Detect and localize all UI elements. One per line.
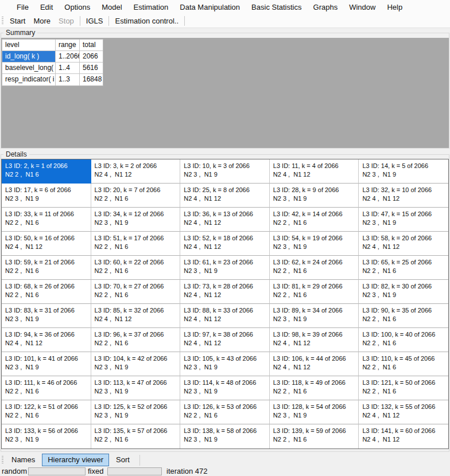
details-cell[interactable]: L3 ID: 135, k = 57 of 2066N2 2 , N1 6 [91,424,181,448]
toolbar-button-more[interactable]: More [29,14,55,28]
details-cell-line1: L3 ID: 122, k = 51 of 2066 [5,403,89,411]
details-cell[interactable]: L3 ID: 33, k = 11 of 2066N2 2 , N1 6 [2,208,91,232]
details-cell[interactable]: L3 ID: 100, k = 40 of 2066N2 2 , N1 6 [359,328,448,352]
details-cell[interactable]: L3 ID: 42, k = 14 of 2066N2 2 , N1 6 [270,208,359,232]
details-cell[interactable]: L3 ID: 3, k = 2 of 2066N2 4 , N1 12 [91,159,181,184]
tab-names[interactable]: Names [6,454,41,466]
details-cell-line2: N2 3 , N1 9 [184,435,267,444]
details-cell[interactable]: L3 ID: 51, k = 17 of 2066N2 2 , N1 6 [91,232,181,256]
details-cell[interactable]: L3 ID: 62, k = 24 of 2066N2 2 , N1 6 [270,256,359,280]
details-cell[interactable]: L3 ID: 97, k = 38 of 2066N2 4 , N1 12 [180,328,270,352]
details-cell[interactable]: L3 ID: 133, k = 56 of 2066N2 3 , N1 9 [2,424,91,448]
details-cell[interactable]: L3 ID: 60, k = 22 of 2066N2 2 , N1 6 [91,256,181,280]
details-cell[interactable]: L3 ID: 121, k = 50 of 2066N2 2 , N1 6 [359,376,448,400]
menu-item-basic-statistics[interactable]: Basic Statistics [246,0,307,14]
details-cell[interactable]: L3 ID: 28, k = 9 of 2066N2 3 , N1 9 [270,184,359,208]
details-cell[interactable]: L3 ID: 68, k = 26 of 2066N2 2 , N1 6 [2,280,91,304]
toolbar-button-igls[interactable]: IGLS [82,14,107,28]
summary-row[interactable]: resp_indicator( i )1..316848 [2,74,103,85]
details-cell-line2: N2 2 , N1 6 [273,267,357,275]
details-cell[interactable]: L3 ID: 138, k = 58 of 2066N2 3 , N1 9 [180,424,270,448]
details-cell[interactable]: L3 ID: 85, k = 32 of 2066N2 4 , N1 12 [91,304,181,328]
menu-item-window[interactable]: Window [343,0,381,14]
details-cell[interactable]: L3 ID: 52, k = 18 of 2066N2 4 , N1 12 [180,232,270,256]
summary-row[interactable]: id_long( k )1..20662066 [2,51,103,63]
menu-item-edit[interactable]: Edit [34,0,59,14]
details-cell[interactable]: L3 ID: 105, k = 43 of 2066N2 3 , N1 9 [180,352,270,376]
details-cell[interactable]: L3 ID: 82, k = 30 of 2066N2 3 , N1 9 [359,280,448,304]
details-cell[interactable]: L3 ID: 20, k = 7 of 2066N2 2 , N1 6 [91,184,181,208]
details-cell[interactable]: L3 ID: 11, k = 4 of 2066N2 4 , N1 12 [270,159,359,184]
details-cell[interactable]: L3 ID: 59, k = 21 of 2066N2 2 , N1 6 [2,256,91,280]
summary-header-total: total [80,40,103,51]
summary-cell-level[interactable]: baselevel_long( j ) [2,63,56,74]
summary-cell-level[interactable]: resp_indicator( i ) [2,74,56,85]
details-cell-line1: L3 ID: 25, k = 8 of 2066 [184,186,267,194]
details-cell[interactable]: L3 ID: 73, k = 28 of 2066N2 4 , N1 12 [180,280,270,304]
details-cell-line2: N2 3 , N1 9 [273,243,357,251]
details-cell[interactable]: L3 ID: 113, k = 47 of 2066N2 3 , N1 9 [91,376,181,400]
menu-item-model[interactable]: Model [96,0,127,14]
menu-item-graphs[interactable]: Graphs [308,0,344,14]
details-cell[interactable]: L3 ID: 14, k = 5 of 2066N2 3 , N1 9 [359,159,448,184]
menu-item-file[interactable]: File [11,0,34,14]
details-cell[interactable]: L3 ID: 34, k = 12 of 2066N2 3 , N1 9 [91,208,181,232]
toolbar-button-estimation-control[interactable]: Estimation control.. [111,14,183,28]
menu-item-data-manipulation[interactable]: Data Manipulation [174,0,246,14]
details-cell[interactable]: L3 ID: 139, k = 59 of 2066N2 2 , N1 6 [270,424,359,448]
details-cell[interactable]: L3 ID: 88, k = 33 of 2066N2 4 , N1 12 [180,304,270,328]
details-cell[interactable]: L3 ID: 126, k = 53 of 2066N2 2 , N1 6 [180,400,270,424]
details-cell[interactable]: L3 ID: 47, k = 15 of 2066N2 3 , N1 9 [359,208,448,232]
details-cell[interactable]: L3 ID: 81, k = 29 of 2066N2 2 , N1 6 [270,280,359,304]
details-cell[interactable]: L3 ID: 90, k = 35 of 2066N2 2 , N1 6 [359,304,448,328]
menu-item-estimation[interactable]: Estimation [128,0,174,14]
details-cell-line1: L3 ID: 135, k = 57 of 2066 [95,427,179,435]
details-cell[interactable]: L3 ID: 2, k = 1 of 2066N2 2 , N1 6 [2,159,91,184]
details-cell-line2: N2 2 , N1 6 [273,219,357,227]
details-cell[interactable]: L3 ID: 50, k = 16 of 2066N2 4 , N1 12 [2,232,91,256]
toolbar-button-start[interactable]: Start [6,14,29,28]
details-cell[interactable]: L3 ID: 10, k = 3 of 2066N2 3 , N1 9 [180,159,270,184]
details-cell[interactable]: L3 ID: 36, k = 13 of 2066N2 4 , N1 12 [180,208,270,232]
tab-hierarchy-viewer[interactable]: Hierarchy viewer [42,454,109,466]
details-cell[interactable]: L3 ID: 25, k = 8 of 2066N2 4 , N1 12 [180,184,270,208]
details-cell[interactable]: L3 ID: 83, k = 31 of 2066N2 3 , N1 9 [2,304,91,328]
details-cell[interactable]: L3 ID: 101, k = 41 of 2066N2 3 , N1 9 [2,352,91,376]
details-cell[interactable]: L3 ID: 110, k = 45 of 2066N2 2 , N1 6 [359,352,448,376]
toolbar-grip[interactable] [2,17,3,25]
tabbar-grip[interactable] [2,456,3,465]
details-cell[interactable]: L3 ID: 96, k = 37 of 2066N2 2 , N1 6 [91,328,181,352]
summary-cell-level[interactable]: id_long( k ) [2,51,56,63]
details-cell-line1: L3 ID: 133, k = 56 of 2066 [5,427,89,435]
details-cell[interactable]: L3 ID: 106, k = 44 of 2066N2 4 , N1 12 [270,352,359,376]
details-cell-line2: N2 3 , N1 9 [5,363,89,372]
details-cell[interactable]: L3 ID: 122, k = 51 of 2066N2 2 , N1 6 [2,400,91,424]
details-cell[interactable]: L3 ID: 89, k = 34 of 2066N2 3 , N1 9 [270,304,359,328]
details-cell[interactable]: L3 ID: 125, k = 52 of 2066N2 3 , N1 9 [91,400,181,424]
details-cell[interactable]: L3 ID: 65, k = 25 of 2066N2 2 , N1 6 [359,256,448,280]
menu-item-help[interactable]: Help [381,0,408,14]
menu-bar: FileEditOptionsModelEstimationData Manip… [0,0,450,14]
details-cell[interactable]: L3 ID: 32, k = 10 of 2066N2 4 , N1 12 [359,184,448,208]
details-cell[interactable]: L3 ID: 17, k = 6 of 2066N2 3 , N1 9 [2,184,91,208]
summary-header-row: levelrangetotal [2,40,103,51]
menu-item-options[interactable]: Options [59,0,96,14]
details-cell[interactable]: L3 ID: 114, k = 48 of 2066N2 3 , N1 9 [180,376,270,400]
details-cell[interactable]: L3 ID: 141, k = 60 of 2066N2 4 , N1 12 [359,424,448,448]
details-cell-line2: N2 3 , N1 9 [95,363,179,372]
summary-row[interactable]: baselevel_long( j )1..45616 [2,63,103,74]
details-cell[interactable]: L3 ID: 98, k = 39 of 2066N2 4 , N1 12 [270,328,359,352]
details-cell-line1: L3 ID: 54, k = 19 of 2066 [273,234,357,243]
details-cell[interactable]: L3 ID: 128, k = 54 of 2066N2 3 , N1 9 [270,400,359,424]
details-cell[interactable]: L3 ID: 104, k = 42 of 2066N2 3 , N1 9 [91,352,181,376]
details-cell[interactable]: L3 ID: 94, k = 36 of 2066N2 4 , N1 12 [2,328,91,352]
details-cell-line1: L3 ID: 59, k = 21 of 2066 [5,258,89,267]
details-cell[interactable]: L3 ID: 118, k = 49 of 2066N2 2 , N1 6 [270,376,359,400]
details-cell[interactable]: L3 ID: 61, k = 23 of 2066N2 3 , N1 9 [180,256,270,280]
details-cell[interactable]: L3 ID: 132, k = 55 of 2066N2 4 , N1 12 [359,400,448,424]
details-cell[interactable]: L3 ID: 58, k = 20 of 2066N2 4 , N1 12 [359,232,448,256]
details-cell[interactable]: L3 ID: 70, k = 27 of 2066N2 2 , N1 6 [91,280,181,304]
details-cell[interactable]: L3 ID: 111, k = 46 of 2066N2 2 , N1 6 [2,376,91,400]
tab-sort[interactable]: Sort [110,454,135,466]
details-cell[interactable]: L3 ID: 54, k = 19 of 2066N2 3 , N1 9 [270,232,359,256]
